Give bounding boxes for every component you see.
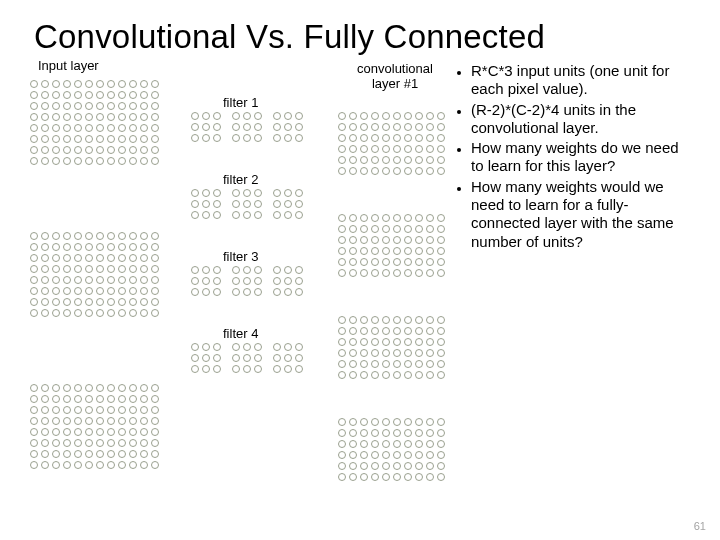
filter-grid	[232, 266, 265, 299]
unit-circle	[52, 461, 60, 469]
unit-circle	[52, 395, 60, 403]
unit-circle	[129, 439, 137, 447]
unit-circle	[284, 200, 292, 208]
unit-circle	[191, 354, 199, 362]
unit-circle	[349, 247, 357, 255]
unit-circle	[96, 243, 104, 251]
input-grid	[30, 384, 162, 472]
unit-circle	[107, 91, 115, 99]
unit-circle	[30, 102, 38, 110]
unit-circle	[107, 450, 115, 458]
unit-circle	[243, 343, 251, 351]
unit-circle	[243, 134, 251, 142]
unit-circle	[338, 349, 346, 357]
unit-circle	[118, 254, 126, 262]
unit-circle	[63, 113, 71, 121]
unit-circle	[30, 461, 38, 469]
unit-circle	[415, 145, 423, 153]
unit-circle	[360, 440, 368, 448]
unit-circle	[41, 243, 49, 251]
unit-circle	[415, 440, 423, 448]
unit-circle	[52, 157, 60, 165]
unit-circle	[41, 406, 49, 414]
unit-circle	[96, 124, 104, 132]
unit-circle	[96, 276, 104, 284]
unit-circle	[41, 287, 49, 295]
unit-circle	[118, 298, 126, 306]
unit-circle	[85, 135, 93, 143]
unit-circle	[191, 112, 199, 120]
unit-circle	[191, 134, 199, 142]
unit-circle	[360, 371, 368, 379]
unit-circle	[118, 243, 126, 251]
unit-circle	[96, 461, 104, 469]
unit-circle	[382, 462, 390, 470]
unit-circle	[202, 189, 210, 197]
unit-circle	[437, 429, 445, 437]
unit-circle	[85, 439, 93, 447]
page-number: 61	[694, 520, 706, 532]
unit-circle	[349, 429, 357, 437]
unit-circle	[41, 254, 49, 262]
unit-circle	[360, 145, 368, 153]
unit-circle	[284, 266, 292, 274]
unit-circle	[30, 146, 38, 154]
unit-circle	[349, 440, 357, 448]
unit-circle	[52, 298, 60, 306]
unit-circle	[393, 429, 401, 437]
unit-circle	[426, 145, 434, 153]
unit-circle	[415, 316, 423, 324]
unit-circle	[393, 451, 401, 459]
unit-circle	[338, 440, 346, 448]
unit-circle	[382, 338, 390, 346]
unit-circle	[338, 316, 346, 324]
unit-circle	[140, 428, 148, 436]
unit-circle	[382, 134, 390, 142]
unit-circle	[404, 123, 412, 131]
unit-circle	[338, 462, 346, 470]
unit-circle	[107, 232, 115, 240]
unit-circle	[63, 146, 71, 154]
unit-circle	[360, 156, 368, 164]
unit-circle	[96, 309, 104, 317]
unit-circle	[202, 112, 210, 120]
unit-circle	[437, 167, 445, 175]
unit-circle	[30, 113, 38, 121]
unit-circle	[371, 440, 379, 448]
unit-circle	[254, 288, 262, 296]
unit-circle	[74, 232, 82, 240]
unit-circle	[243, 112, 251, 120]
unit-circle	[382, 236, 390, 244]
unit-circle	[284, 354, 292, 362]
unit-circle	[437, 327, 445, 335]
unit-circle	[338, 451, 346, 459]
unit-circle	[284, 365, 292, 373]
unit-circle	[118, 80, 126, 88]
unit-circle	[295, 134, 303, 142]
unit-circle	[382, 167, 390, 175]
unit-circle	[63, 276, 71, 284]
unit-circle	[393, 145, 401, 153]
unit-circle	[415, 360, 423, 368]
unit-circle	[349, 156, 357, 164]
unit-circle	[74, 417, 82, 425]
unit-circle	[85, 428, 93, 436]
unit-circle	[284, 343, 292, 351]
unit-circle	[63, 450, 71, 458]
unit-circle	[360, 349, 368, 357]
unit-circle	[202, 211, 210, 219]
unit-circle	[284, 288, 292, 296]
unit-circle	[415, 462, 423, 470]
unit-circle	[338, 156, 346, 164]
unit-circle	[382, 451, 390, 459]
unit-circle	[118, 113, 126, 121]
unit-circle	[371, 462, 379, 470]
unit-circle	[415, 429, 423, 437]
unit-circle	[360, 360, 368, 368]
unit-circle	[41, 91, 49, 99]
unit-circle	[30, 298, 38, 306]
unit-circle	[360, 123, 368, 131]
filter-grid	[273, 189, 306, 222]
unit-circle	[129, 254, 137, 262]
unit-circle	[74, 91, 82, 99]
